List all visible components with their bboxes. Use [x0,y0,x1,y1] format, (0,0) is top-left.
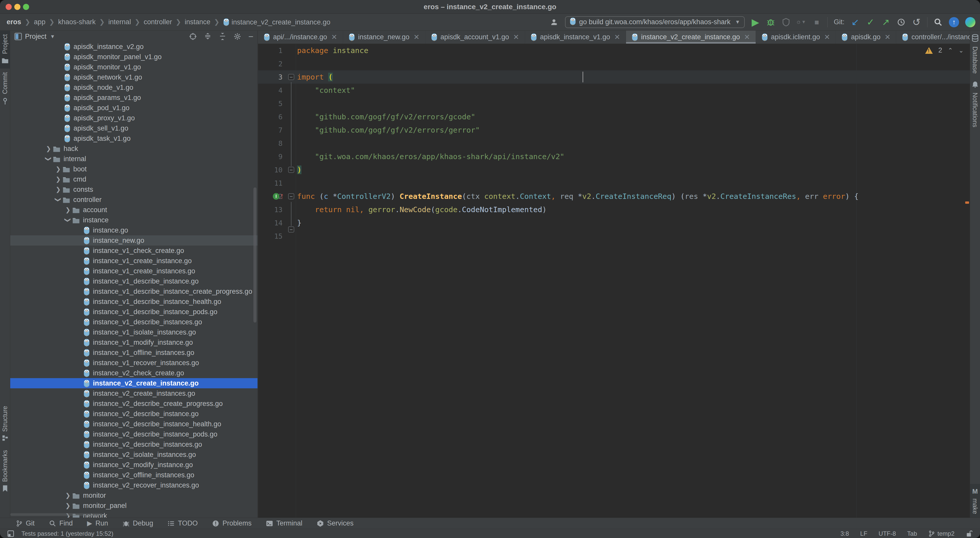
locate-file-icon[interactable] [189,33,197,40]
code-line-10[interactable]: 10) [258,163,970,176]
code-line-12[interactable]: 12func (c *ControllerV2) CreateInstance(… [258,190,970,203]
tree-item-cmd[interactable]: ❯ cmd [10,174,258,184]
close-icon[interactable]: ✕ [824,33,830,41]
tree-item-monitor[interactable]: ❯ monitor [10,490,258,500]
tree-item-instance_v2_offline_instances.go[interactable]: instance_v2_offline_instances.go [10,470,258,480]
tool-window-bar-button-terminal[interactable]: Terminal [266,519,302,527]
close-icon[interactable]: ✕ [614,33,620,41]
tree-item-consts[interactable]: ❯ consts [10,184,258,195]
tree-item-instance_v1_describe_instance.go[interactable]: instance_v1_describe_instance.go [10,276,258,286]
breadcrumb-item[interactable]: app [34,18,45,26]
code-line-11[interactable]: 11 [258,176,970,190]
collapse-all-icon[interactable] [219,33,226,40]
chevron-expanded-icon[interactable]: ❯ [55,195,62,204]
tool-window-bar-button-find[interactable]: Find [49,519,73,527]
unlocked-icon[interactable] [966,530,972,538]
code-line-9[interactable]: 9 "git.woa.com/khaos/eros/app/khaos-shar… [258,150,970,163]
previous-problem-icon[interactable]: ⌃ [948,47,953,54]
git-push-button[interactable]: ↗ [881,17,891,27]
tree-item-apisdk_pod_v1.go[interactable]: apisdk_pod_v1.go [10,103,258,113]
user-account-icon[interactable] [550,17,559,27]
code-line-15[interactable]: 15 [258,230,970,243]
code-line-2[interactable]: 2 [258,57,970,70]
close-icon[interactable]: ✕ [513,33,519,41]
hide-panel-icon[interactable]: − [248,34,253,39]
code-line-13[interactable]: 13 return nil, gerror.NewCode(gcode.Code… [258,203,970,216]
rollback-button[interactable]: ↺ [912,17,921,27]
tree-item-apisdk_proxy_v1.go[interactable]: apisdk_proxy_v1.go [10,113,258,123]
error-stripe-mark[interactable] [965,202,969,204]
tree-item-instance_v1_create_instances.go[interactable]: instance_v1_create_instances.go [10,266,258,276]
breadcrumb-item[interactable]: khaos-shark [58,18,96,26]
chevron-expanded-icon[interactable]: ❯ [64,216,72,224]
tool-window-bar-button-debug[interactable]: Debug [123,519,153,527]
breadcrumb-item[interactable]: eros [6,18,21,26]
tree-item-account[interactable]: ❯ account [10,205,258,215]
tool-window-button-database[interactable]: Database [970,30,980,77]
breadcrumb-item[interactable]: internal [108,18,131,26]
next-problem-icon[interactable]: ⌄ [959,47,964,54]
tree-item-instance_v1_recover_instances.go[interactable]: instance_v1_recover_instances.go [10,358,258,368]
tree-item-apisdk_monitor_panel_v1.go[interactable]: apisdk_monitor_panel_v1.go [10,52,258,62]
tree-item-instance_v1_modify_instance.go[interactable]: instance_v1_modify_instance.go [10,337,258,348]
tool-window-button-project[interactable]: Project [0,30,10,68]
tree-item-instance_new.go[interactable]: instance_new.go [10,235,258,246]
run-configuration-select[interactable]: go build git.woa.com/khaos/eros/app/khao… [565,16,745,28]
tree-item-controller[interactable]: ❯ controller [10,195,258,205]
code-line-14[interactable]: 14} [258,216,970,230]
tree-item-apisdk_task_v1.go[interactable]: apisdk_task_v1.go [10,133,258,144]
chevron-collapsed-icon[interactable]: ❯ [54,165,62,173]
close-icon[interactable]: ✕ [331,33,337,41]
update-available-icon[interactable]: ↑ [949,17,959,27]
chevron-collapsed-icon[interactable]: ❯ [44,145,53,152]
tree-item-apisdk_sell_v1.go[interactable]: apisdk_sell_v1.go [10,123,258,133]
tree-item-instance_v2_describe_instances.go[interactable]: instance_v2_describe_instances.go [10,439,258,449]
tree-item-instance_v1_describe_instance_pods.go[interactable]: instance_v1_describe_instance_pods.go [10,307,258,317]
tree-item-hack[interactable]: ❯ hack [10,144,258,154]
tool-window-bar-button-services[interactable]: Services [317,519,354,527]
tree-item-instance_v2_create_instances.go[interactable]: instance_v2_create_instances.go [10,388,258,398]
debug-button[interactable] [766,17,775,27]
implements-interface-icon[interactable]: I [273,193,280,200]
tree-item-instance_v1_offline_instances.go[interactable]: instance_v1_offline_instances.go [10,348,258,358]
inspections-widget[interactable]: 2 ⌃ ⌄ [925,46,964,54]
tool-window-bar-button-git[interactable]: Git [16,519,35,527]
run-with-coverage-button[interactable] [781,17,791,27]
project-panel-header[interactable]: Project ▼ − [10,30,258,42]
line-separator[interactable]: LF [860,530,867,537]
status-message[interactable]: Tests passed: 1 (yesterday 15:52) [21,530,113,537]
editor-tab-apisdk.go[interactable]: apisdk.go✕ [836,30,896,44]
editor-tab-controller/.../instance.go[interactable]: controller/.../instance.go✕ [896,30,980,44]
tree-item-instance_v2_modify_instance.go[interactable]: instance_v2_modify_instance.go [10,460,258,470]
chevron-collapsed-icon[interactable]: ❯ [64,206,72,213]
breadcrumb-item[interactable]: instance [185,18,210,26]
tree-item-instance_v2_describe_create_progress.go[interactable]: instance_v2_describe_create_progress.go [10,398,258,409]
tree-item-apisdk_instance_v2.go[interactable]: apisdk_instance_v2.go [10,41,258,52]
code-line-8[interactable]: 8 [258,136,970,150]
expand-all-icon[interactable] [204,33,212,40]
tool-window-bar-button-run[interactable]: ▶Run [87,519,108,527]
tree-item-instance_v2_isolate_instances.go[interactable]: instance_v2_isolate_instances.go [10,449,258,460]
git-commit-button[interactable]: ✓ [866,17,875,27]
tree-item-internal[interactable]: ❯ internal [10,154,258,164]
layout-panels-icon[interactable] [7,530,14,537]
close-icon[interactable]: ✕ [414,33,419,41]
titlebar[interactable]: eros – instance_v2_create_instance.go [0,0,980,14]
fold-marker[interactable]: − [288,167,294,173]
chevron-down-icon[interactable]: ▼ [50,34,55,40]
tree-item-monitor_panel[interactable]: ❯ monitor_panel [10,500,258,511]
editor-tab-apisdk_instance_v1.go[interactable]: apisdk_instance_v1.go✕ [525,30,626,44]
tree-item-apisdk_monitor_v1.go[interactable]: apisdk_monitor_v1.go [10,62,258,72]
tree-item-instance_v2_create_instance.go[interactable]: instance_v2_create_instance.go [10,378,258,388]
gear-icon[interactable] [234,33,241,40]
tree-item-apisdk_node_v1.go[interactable]: apisdk_node_v1.go [10,83,258,92]
tool-window-button-make[interactable]: Mmake [970,484,980,517]
tree-item-instance_v2_check_create.go[interactable]: instance_v2_check_create.go [10,368,258,378]
tree-item-instance_v2_describe_instance_pods.go[interactable]: instance_v2_describe_instance_pods.go [10,429,258,439]
code-line-7[interactable]: 7 "github.com/gogf/gf/v2/errors/gerror" [258,124,970,136]
overrides-arrow-icon[interactable]: ↑ [280,191,284,201]
tree-item-boot[interactable]: ❯ boot [10,164,258,174]
editor-tab-instance_v2_create_instance.go[interactable]: instance_v2_create_instance.go✕ [626,30,756,44]
editor-tab-instance_new.go[interactable]: instance_new.go✕ [343,30,425,44]
tool-window-bar-button-todo[interactable]: TODO [167,519,198,527]
